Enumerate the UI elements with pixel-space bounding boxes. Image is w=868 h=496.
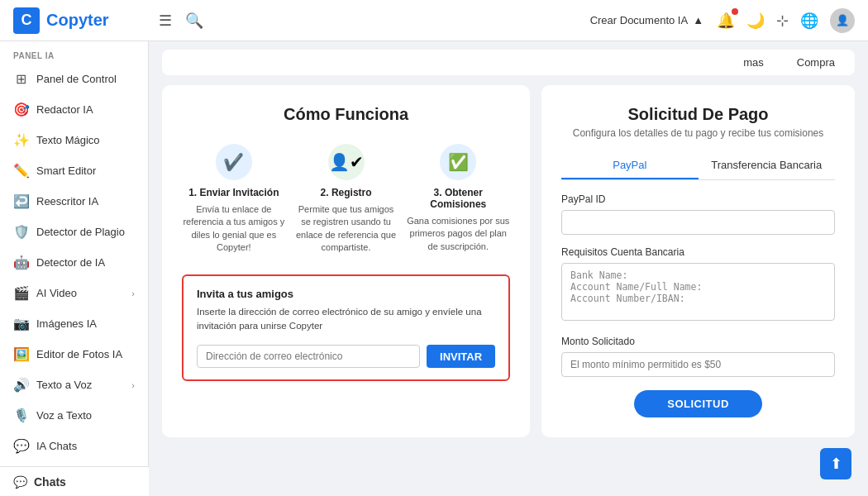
magic-icon: ✨ <box>13 132 28 148</box>
sidebar-item-voz-texto[interactable]: 🎙️ Voz a Texto <box>0 400 148 431</box>
sidebar-item-editor-fotos[interactable]: 🖼️ Editor de Fotos IA <box>0 339 148 370</box>
avatar[interactable]: 👤 <box>830 8 855 33</box>
header: C Copyter ☰ 🔍 Crear Documento IA ▲ 🔔 🌙 ⊹… <box>0 0 868 41</box>
step-1: ✔️ 1. Enviar Invitación Envía tu enlace … <box>182 144 286 255</box>
notification-icon[interactable]: 🔔 <box>717 12 735 30</box>
sidebar-label-imagenes-ia: Imágenes IA <box>36 317 97 330</box>
invite-input-row: INVITAR <box>197 345 495 368</box>
step-2-icon: 👤✔ <box>328 144 365 180</box>
compra-link[interactable]: Compra <box>797 56 835 69</box>
payment-tabs: PayPal Transferencia Bancaria <box>561 152 835 180</box>
sidebar: PANEL IA ⊞ Panel de Control 🎯 Redactor I… <box>0 41 149 496</box>
step-3-desc: Gana comisiones por sus primeros pagos d… <box>406 215 510 253</box>
cards-row: Cómo Funciona ✔️ 1. Enviar Invitación En… <box>162 85 855 437</box>
video-icon: 🎬 <box>13 285 28 301</box>
crear-doc-label: Crear Documento IA <box>590 14 689 26</box>
sidebar-item-ai-video[interactable]: 🎬 AI Video › <box>0 278 148 308</box>
como-funciona-title: Cómo Funciona <box>182 105 510 124</box>
sidebar-label-detector-ia: Detector de IA <box>36 256 105 269</box>
target-icon: 🎯 <box>13 102 28 117</box>
invite-email-input[interactable] <box>197 345 420 368</box>
edit-icon: ✏️ <box>13 163 28 179</box>
header-icons: ☰ 🔍 <box>159 12 203 30</box>
photo-icon: 🖼️ <box>13 346 28 362</box>
layout: PANEL IA ⊞ Panel de Control 🎯 Redactor I… <box>0 41 868 496</box>
como-funciona-card: Cómo Funciona ✔️ 1. Enviar Invitación En… <box>162 85 530 437</box>
main-content: mas Compra Cómo Funciona ✔️ 1. Enviar In… <box>149 41 868 496</box>
tab-transferencia[interactable]: Transferencia Bancaria <box>699 152 835 179</box>
sidebar-label-panel-control: Panel de Control <box>36 73 117 85</box>
search-icon[interactable]: 🔍 <box>185 12 203 30</box>
notification-badge <box>732 8 738 15</box>
step-1-title: 1. Enviar Invitación <box>188 187 279 198</box>
req-cuenta-textarea[interactable]: Bank Name: Account Name/Full Name: Accou… <box>561 263 835 321</box>
sidebar-item-redactor-ia[interactable]: 🎯 Redactor IA <box>0 94 148 125</box>
monto-input[interactable] <box>561 352 835 377</box>
crear-doc-chevron: ▲ <box>693 14 703 26</box>
sidebar-item-texto-voz[interactable]: 🔊 Texto a Voz › <box>0 370 148 400</box>
globe-icon[interactable]: 🌐 <box>800 12 818 30</box>
robot-icon: 🤖 <box>13 255 28 270</box>
chevron-right-icon-2: › <box>131 380 135 390</box>
camera-icon: 📷 <box>13 316 28 331</box>
sidebar-label-ia-chats: IA Chats <box>36 440 77 452</box>
grid-squares-icon: ⊞ <box>13 71 28 87</box>
sidebar-item-reescritor-ia[interactable]: ↩️ Reescritor IA <box>0 186 148 217</box>
chats-bar[interactable]: 💬 Chats <box>0 466 149 496</box>
chevron-right-icon: › <box>131 289 135 298</box>
sidebar-label-smart-editor: Smart Editor <box>36 165 96 177</box>
logo-area: C Copyter <box>13 7 145 34</box>
scroll-up-icon: ⬆ <box>830 455 842 473</box>
step-1-icon: ✔️ <box>216 144 252 180</box>
scroll-up-button[interactable]: ⬆ <box>820 448 851 479</box>
step-2-desc: Permite que tus amigos se registren usan… <box>294 203 398 255</box>
step-3-title: 3. Obtener Comisiones <box>406 187 510 210</box>
chat-icon: 💬 <box>13 438 28 454</box>
invite-button[interactable]: INVITAR <box>427 345 495 368</box>
rewrite-icon: ↩️ <box>13 193 28 209</box>
invite-box: Invita a tus amigos Inserte la dirección… <box>182 274 510 382</box>
sidebar-label-voz-texto: Voz a Texto <box>36 409 92 422</box>
paypal-id-input[interactable] <box>561 210 835 235</box>
sidebar-item-ia-chats[interactable]: 💬 IA Chats <box>0 431 148 461</box>
header-right: Crear Documento IA ▲ 🔔 🌙 ⊹ 🌐 👤 <box>590 8 855 33</box>
grid-icon[interactable]: ⊹ <box>776 12 789 30</box>
logo-text: Copyter <box>46 11 109 30</box>
sidebar-section-label: PANEL IA <box>0 41 148 64</box>
solicitud-pago-card: Solicitud De Pago Configura los detalles… <box>541 85 855 437</box>
shield-icon: 🛡️ <box>13 224 28 240</box>
sidebar-item-imagenes-ia[interactable]: 📷 Imágenes IA <box>0 308 148 339</box>
step-3: ✅ 3. Obtener Comisiones Gana comisiones … <box>406 144 510 255</box>
sidebar-item-panel-control[interactable]: ⊞ Panel de Control <box>0 64 148 94</box>
header-action-icons: 🔔 🌙 ⊹ 🌐 👤 <box>717 8 855 33</box>
crear-doc-button[interactable]: Crear Documento IA ▲ <box>590 14 703 26</box>
chats-label: Chats <box>34 475 66 489</box>
sidebar-item-smart-editor[interactable]: ✏️ Smart Editor <box>0 155 148 186</box>
sidebar-label-ai-video: AI Video <box>36 287 77 299</box>
chats-icon: 💬 <box>13 475 27 489</box>
payment-title: Solicitud De Pago <box>561 105 835 124</box>
menu-icon[interactable]: ☰ <box>159 12 172 30</box>
step-3-icon: ✅ <box>440 144 476 180</box>
step-1-desc: Envía tu enlace de referencia a tus amig… <box>182 203 286 255</box>
sidebar-item-detector-plagio[interactable]: 🛡️ Detector de Plagio <box>0 217 148 247</box>
sidebar-label-texto-magico: Texto Mágico <box>36 134 100 146</box>
sidebar-label-redactor-ia: Redactor IA <box>36 103 93 116</box>
top-strip: mas Compra <box>162 50 855 75</box>
sidebar-item-detector-ia[interactable]: 🤖 Detector de IA <box>0 247 148 278</box>
sidebar-label-reescritor-ia: Reescritor IA <box>36 195 98 207</box>
invite-desc: Inserte la dirección de correo electróni… <box>197 305 495 334</box>
moon-icon[interactable]: 🌙 <box>746 12 765 30</box>
solicitud-button[interactable]: SOLICITUD <box>634 390 762 417</box>
speaker-icon: 🔊 <box>13 377 28 393</box>
logo-letter: C <box>13 7 40 34</box>
mas-link[interactable]: mas <box>743 56 764 69</box>
step-2: 👤✔ 2. Registro Permite que tus amigos se… <box>294 144 398 255</box>
sidebar-label-texto-voz: Texto a Voz <box>36 379 92 391</box>
req-cuenta-label: Requisitos Cuenta Bancaria <box>561 246 835 258</box>
payment-subtitle: Configura los detalles de tu pago y reci… <box>561 127 835 139</box>
sidebar-label-detector-plagio: Detector de Plagio <box>36 226 125 238</box>
mic-icon: 🎙️ <box>13 408 28 423</box>
sidebar-item-texto-magico[interactable]: ✨ Texto Mágico <box>0 125 148 155</box>
tab-paypal[interactable]: PayPal <box>561 152 698 179</box>
